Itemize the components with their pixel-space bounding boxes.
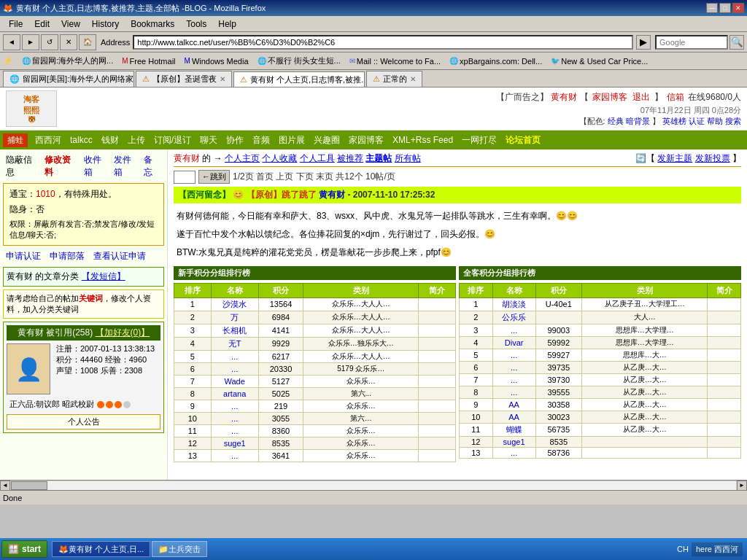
t2r13-link[interactable]: ...	[511, 448, 517, 457]
all-posts-link[interactable]: 所有帖	[395, 153, 421, 163]
t1r6-link[interactable]: ...	[231, 365, 238, 373]
t2r7-link[interactable]: ...	[511, 376, 517, 384]
nav-yiwang[interactable]: 一网打尽	[457, 134, 501, 147]
menu-bookmarks[interactable]: Bookmarks	[125, 18, 180, 31]
tab-normal[interactable]: ⚠ 正常的 ✕	[366, 71, 422, 87]
t1r5-link[interactable]: ...	[231, 352, 238, 361]
start-button[interactable]: 🪟 start	[1, 540, 47, 558]
t2r1-link[interactable]: 胡淡淡	[502, 300, 526, 308]
t1r8-link[interactable]: artana	[223, 389, 246, 398]
scroll-track[interactable]	[11, 481, 736, 490]
t2r3-link[interactable]: ...	[511, 326, 517, 335]
search-input[interactable]	[655, 35, 728, 50]
personal-tools[interactable]: 个人工具	[300, 153, 335, 163]
sidebar-apply-tribe[interactable]: 申请部落	[50, 250, 85, 262]
config-cert[interactable]: 认证	[689, 117, 705, 125]
theme-posts-link[interactable]: 主题帖	[365, 153, 392, 163]
t1r1-link[interactable]: 沙漠水	[222, 300, 247, 308]
header-inbox-link[interactable]: 信箱	[667, 92, 684, 102]
bookmark-xp[interactable]: 🌐 xpBargains.com: Dell...	[446, 55, 545, 67]
forward-button[interactable]: ►	[22, 34, 39, 50]
t2r10-link[interactable]: AA	[508, 413, 519, 421]
menu-history[interactable]: History	[86, 18, 125, 31]
address-input[interactable]	[133, 35, 633, 50]
new-topic-link[interactable]: 发新主题	[657, 153, 692, 163]
t1r10-link[interactable]: ...	[231, 414, 238, 423]
menu-view[interactable]: View	[55, 18, 86, 31]
t2r11-link[interactable]: 蝴蝶	[506, 425, 522, 434]
recommended-link[interactable]: 被推荐	[337, 153, 363, 163]
bookmark-liuyuan[interactable]: 🌐 留园网:海外华人的网...	[19, 54, 116, 68]
nav-audio[interactable]: 音频	[248, 134, 274, 147]
send-sms-link[interactable]: 【发短信】	[82, 271, 125, 281]
t1r13-link[interactable]: ...	[231, 451, 238, 460]
nav-talkcc[interactable]: talkcc	[66, 135, 97, 145]
bookmark-car[interactable]: 🐦 New & Used Car Price...	[548, 55, 651, 67]
menu-tools[interactable]: Tools	[180, 18, 212, 31]
config-help[interactable]: 帮助	[707, 117, 723, 125]
tab-normal-close[interactable]: ✕	[410, 75, 416, 83]
nav-upload[interactable]: 上传	[123, 134, 150, 147]
config-dark[interactable]: 暗背景	[626, 117, 650, 125]
header-home-link[interactable]: 家园博客	[592, 92, 627, 102]
go-button[interactable]: ▶	[636, 35, 651, 50]
nav-interest[interactable]: 兴趣圈	[309, 134, 344, 147]
user-banner-link[interactable]: 黄有财	[18, 327, 44, 338]
t1r12-link[interactable]: suge1	[224, 439, 246, 448]
home-button[interactable]: 🏠	[79, 34, 96, 50]
back-button[interactable]: ◄	[3, 34, 20, 50]
add-friend-link[interactable]: 【加好友(0)】	[96, 327, 150, 338]
close-button[interactable]: ✕	[732, 3, 744, 13]
nav-xixihe[interactable]: 西西河	[31, 134, 66, 147]
tab-christmas[interactable]: ⚠ 【原创】圣诞雪夜 ✕	[136, 71, 232, 87]
t1r4-link[interactable]: 无T	[228, 339, 241, 348]
t1r7-link[interactable]: Wade	[225, 377, 245, 386]
stop-button[interactable]: ✕	[60, 34, 77, 50]
sidebar-edit-profile[interactable]: 修改资料	[44, 154, 79, 179]
sidebar-memo[interactable]: 备忘	[144, 154, 161, 179]
t2r4-link[interactable]: Divar	[505, 338, 524, 347]
nav-blog[interactable]: 家园博客	[344, 134, 388, 147]
search-button[interactable]: 🔍	[729, 35, 744, 50]
sidebar-inbox[interactable]: 收件箱	[84, 154, 109, 179]
scroll-left-button[interactable]: ◄	[0, 481, 10, 491]
bookmark-windows-media[interactable]: M Windows Media	[182, 55, 252, 67]
config-classic[interactable]: 经典	[608, 117, 624, 125]
personal-favorites[interactable]: 个人收藏	[262, 153, 297, 163]
nav-qiancai[interactable]: 钱财	[97, 134, 123, 147]
t2r2-link[interactable]: 公乐乐	[502, 313, 526, 322]
nav-subscribe[interactable]: 订阅/退订	[150, 134, 196, 147]
t1r9-link[interactable]: ...	[231, 402, 238, 411]
personal-home-link[interactable]: 个人主页	[225, 153, 260, 163]
config-hero[interactable]: 英雄榜	[662, 117, 686, 125]
tab-christmas-close[interactable]: ✕	[220, 75, 225, 83]
tab-liuyuan[interactable]: 🌐 留园网[美国]:海外华人的网络家园-... ✕	[3, 71, 134, 87]
jump-button[interactable]: ←跳到	[198, 170, 230, 184]
t2r5-link[interactable]: ...	[511, 351, 517, 359]
menu-help[interactable]: Help	[212, 18, 242, 31]
t2r12-link[interactable]: suge1	[503, 438, 525, 446]
reload-button[interactable]: ↺	[41, 34, 58, 50]
t2r8-link[interactable]: ...	[511, 388, 517, 397]
bookmark-hotmail[interactable]: M Free Hotmail	[119, 55, 178, 67]
t2r6-link[interactable]: ...	[511, 363, 517, 372]
scroll-right-button[interactable]: ►	[737, 481, 747, 491]
new-vote-link[interactable]: 发新投票	[695, 153, 730, 163]
sidebar-apply-cert[interactable]: 申请认证	[6, 250, 41, 262]
maximize-button[interactable]: □	[719, 3, 731, 13]
nav-forum-home[interactable]: 论坛首页	[501, 134, 545, 147]
nav-photos[interactable]: 图片展	[274, 134, 309, 147]
sidebar-outbox[interactable]: 发件箱	[114, 154, 139, 179]
header-logout-link[interactable]: 退出	[632, 92, 650, 102]
tab-main[interactable]: ⚠ 黄有财 个人主页,日志博客,被推... ✕	[233, 71, 365, 88]
t1r3-link[interactable]: 长相机	[222, 326, 247, 335]
nav-collab[interactable]: 协作	[222, 134, 248, 147]
minimize-button[interactable]: —	[706, 3, 718, 13]
taskbar-item-firefox[interactable]: 🦊 黄有财 个人主页,日...	[52, 541, 150, 557]
sidebar-view-cert[interactable]: 查看认证申请	[93, 250, 146, 262]
taskbar-item-folder[interactable]: 📁 土兵突击	[152, 541, 207, 557]
menu-edit[interactable]: Edit	[28, 18, 55, 31]
config-search[interactable]: 搜索	[725, 117, 741, 125]
nav-chat[interactable]: 聊天	[196, 134, 222, 147]
post-title-link[interactable]: 【原创】跳了跳了	[247, 190, 317, 200]
